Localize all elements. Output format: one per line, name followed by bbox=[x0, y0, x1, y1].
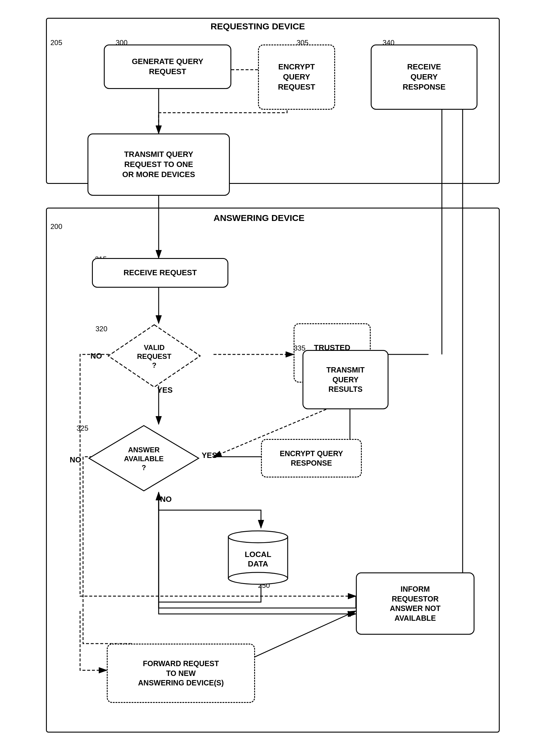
svg-text:ANSWER: ANSWER bbox=[128, 446, 160, 454]
svg-text:?: ? bbox=[142, 464, 146, 472]
requesting-device-label: REQUESTING DEVICE bbox=[211, 21, 305, 31]
encrypt-query-req-box: ENCRYPT QUERY REQUEST bbox=[258, 44, 335, 110]
svg-point-30 bbox=[228, 572, 288, 584]
yes-label-valid: YES bbox=[157, 386, 173, 395]
receive-request-box: RECEIVE REQUEST bbox=[92, 258, 228, 288]
answering-device-label: ANSWERING DEVICE bbox=[214, 213, 305, 223]
svg-text:AVAILABLE: AVAILABLE bbox=[124, 455, 164, 463]
svg-point-29 bbox=[228, 531, 288, 543]
diagram-container: REQUESTING DEVICE 205 ANSWERING DEVICE 2… bbox=[0, 0, 543, 756]
ref-320: 320 bbox=[95, 325, 107, 333]
ref-205: 205 bbox=[50, 39, 62, 47]
generate-query-box: GENERATE QUERY REQUEST bbox=[104, 44, 231, 89]
no-label-valid: NO bbox=[90, 351, 102, 361]
answer-available-diamond: ANSWER AVAILABLE ? bbox=[87, 424, 200, 492]
yes-label-answer: YES bbox=[202, 451, 217, 460]
valid-request-diamond: VALID REQUEST ? bbox=[107, 323, 202, 389]
ref-200: 200 bbox=[50, 222, 62, 231]
forward-request-box: FORWARD REQUEST TO NEW ANSWERING DEVICE(… bbox=[107, 644, 255, 703]
svg-text:VALID: VALID bbox=[144, 343, 165, 351]
receive-query-response-box: RECEIVE QUERY RESPONSE bbox=[371, 44, 477, 110]
no-label-answer: NO bbox=[70, 455, 81, 464]
ref-325: 325 bbox=[77, 424, 88, 432]
encrypt-query-resp-box: ENCRYPT QUERY RESPONSE bbox=[261, 439, 362, 478]
inform-requestor-box: INFORM REQUESTOR ANSWER NOT AVAILABLE bbox=[356, 572, 474, 635]
ref-335: 335 bbox=[294, 344, 305, 352]
transmit-query-box: TRANSMIT QUERY REQUEST TO ONE OR MORE DE… bbox=[87, 133, 230, 196]
svg-text:?: ? bbox=[152, 361, 157, 369]
svg-text:REQUEST: REQUEST bbox=[137, 352, 171, 360]
local-data-cylinder: LOCAL DATA bbox=[225, 528, 291, 587]
svg-text:DATA: DATA bbox=[248, 559, 268, 568]
transmit-query-results-box: TRANSMIT QUERY RESULTS bbox=[302, 350, 388, 409]
no-label-answer2: NO bbox=[160, 495, 172, 504]
svg-text:LOCAL: LOCAL bbox=[245, 550, 271, 559]
